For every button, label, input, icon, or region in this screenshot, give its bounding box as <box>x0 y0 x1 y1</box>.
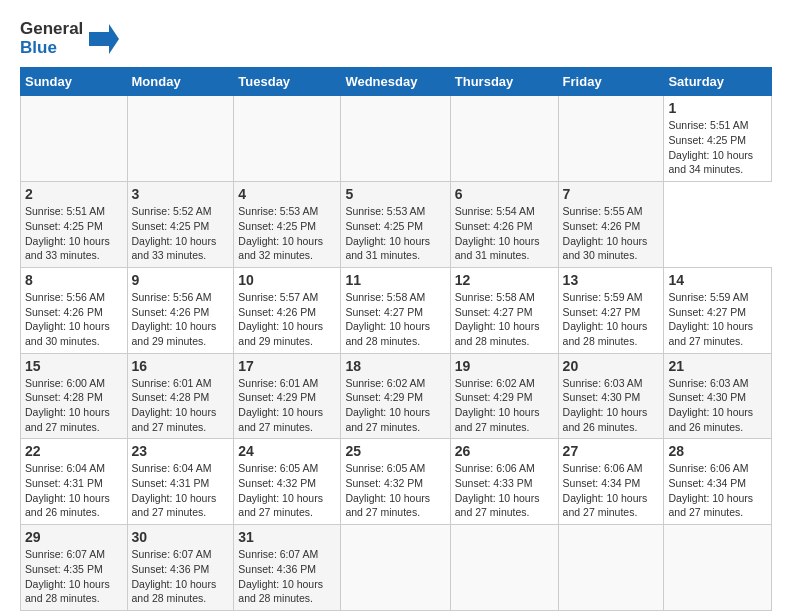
day-number: 21 <box>668 358 767 374</box>
calendar-day-header: Thursday <box>450 68 558 96</box>
day-number: 18 <box>345 358 445 374</box>
calendar-cell: 30Sunrise: 6:07 AM Sunset: 4:36 PM Dayli… <box>127 525 234 611</box>
day-info: Sunrise: 6:07 AM Sunset: 4:36 PM Dayligh… <box>238 547 336 606</box>
day-info: Sunrise: 5:58 AM Sunset: 4:27 PM Dayligh… <box>455 290 554 349</box>
day-info: Sunrise: 5:51 AM Sunset: 4:25 PM Dayligh… <box>25 204 123 263</box>
day-info: Sunrise: 5:52 AM Sunset: 4:25 PM Dayligh… <box>132 204 230 263</box>
calendar-day-header: Saturday <box>664 68 772 96</box>
day-number: 20 <box>563 358 660 374</box>
day-info: Sunrise: 6:05 AM Sunset: 4:32 PM Dayligh… <box>345 461 445 520</box>
day-number: 27 <box>563 443 660 459</box>
day-number: 31 <box>238 529 336 545</box>
calendar-cell <box>341 96 450 182</box>
calendar-cell <box>664 525 772 611</box>
day-number: 8 <box>25 272 123 288</box>
calendar-day-header: Sunday <box>21 68 128 96</box>
calendar-cell <box>450 525 558 611</box>
day-number: 23 <box>132 443 230 459</box>
calendar-cell: 3Sunrise: 5:52 AM Sunset: 4:25 PM Daylig… <box>127 182 234 268</box>
calendar-cell <box>21 96 128 182</box>
calendar-cell: 29Sunrise: 6:07 AM Sunset: 4:35 PM Dayli… <box>21 525 128 611</box>
day-info: Sunrise: 6:06 AM Sunset: 4:33 PM Dayligh… <box>455 461 554 520</box>
calendar-cell <box>450 96 558 182</box>
calendar-cell: 26Sunrise: 6:06 AM Sunset: 4:33 PM Dayli… <box>450 439 558 525</box>
day-info: Sunrise: 5:55 AM Sunset: 4:26 PM Dayligh… <box>563 204 660 263</box>
calendar-cell: 13Sunrise: 5:59 AM Sunset: 4:27 PM Dayli… <box>558 267 664 353</box>
day-info: Sunrise: 6:00 AM Sunset: 4:28 PM Dayligh… <box>25 376 123 435</box>
day-number: 30 <box>132 529 230 545</box>
calendar-cell <box>341 525 450 611</box>
day-info: Sunrise: 5:59 AM Sunset: 4:27 PM Dayligh… <box>563 290 660 349</box>
day-number: 26 <box>455 443 554 459</box>
day-info: Sunrise: 5:53 AM Sunset: 4:25 PM Dayligh… <box>238 204 336 263</box>
calendar-cell: 23Sunrise: 6:04 AM Sunset: 4:31 PM Dayli… <box>127 439 234 525</box>
calendar-cell: 6Sunrise: 5:54 AM Sunset: 4:26 PM Daylig… <box>450 182 558 268</box>
calendar-week-row: 29Sunrise: 6:07 AM Sunset: 4:35 PM Dayli… <box>21 525 772 611</box>
calendar-cell <box>234 96 341 182</box>
day-number: 6 <box>455 186 554 202</box>
day-number: 11 <box>345 272 445 288</box>
day-info: Sunrise: 5:51 AM Sunset: 4:25 PM Dayligh… <box>668 118 767 177</box>
day-info: Sunrise: 6:01 AM Sunset: 4:28 PM Dayligh… <box>132 376 230 435</box>
calendar-day-header: Wednesday <box>341 68 450 96</box>
calendar-cell <box>127 96 234 182</box>
calendar-cell: 28Sunrise: 6:06 AM Sunset: 4:34 PM Dayli… <box>664 439 772 525</box>
page-header: General Blue <box>20 20 772 57</box>
calendar-cell: 22Sunrise: 6:04 AM Sunset: 4:31 PM Dayli… <box>21 439 128 525</box>
day-info: Sunrise: 6:03 AM Sunset: 4:30 PM Dayligh… <box>563 376 660 435</box>
calendar-week-row: 8Sunrise: 5:56 AM Sunset: 4:26 PM Daylig… <box>21 267 772 353</box>
calendar-cell: 7Sunrise: 5:55 AM Sunset: 4:26 PM Daylig… <box>558 182 664 268</box>
day-number: 25 <box>345 443 445 459</box>
calendar-week-row: 1Sunrise: 5:51 AM Sunset: 4:25 PM Daylig… <box>21 96 772 182</box>
day-number: 29 <box>25 529 123 545</box>
calendar-day-header: Monday <box>127 68 234 96</box>
calendar-cell: 11Sunrise: 5:58 AM Sunset: 4:27 PM Dayli… <box>341 267 450 353</box>
day-info: Sunrise: 5:56 AM Sunset: 4:26 PM Dayligh… <box>25 290 123 349</box>
calendar-day-header: Tuesday <box>234 68 341 96</box>
day-info: Sunrise: 6:06 AM Sunset: 4:34 PM Dayligh… <box>668 461 767 520</box>
calendar-header-row: SundayMondayTuesdayWednesdayThursdayFrid… <box>21 68 772 96</box>
calendar-cell: 4Sunrise: 5:53 AM Sunset: 4:25 PM Daylig… <box>234 182 341 268</box>
logo-arrow-icon <box>89 24 119 54</box>
calendar-cell: 8Sunrise: 5:56 AM Sunset: 4:26 PM Daylig… <box>21 267 128 353</box>
day-number: 14 <box>668 272 767 288</box>
day-info: Sunrise: 5:57 AM Sunset: 4:26 PM Dayligh… <box>238 290 336 349</box>
calendar-cell <box>558 525 664 611</box>
day-info: Sunrise: 6:04 AM Sunset: 4:31 PM Dayligh… <box>132 461 230 520</box>
day-info: Sunrise: 5:58 AM Sunset: 4:27 PM Dayligh… <box>345 290 445 349</box>
calendar-cell: 15Sunrise: 6:00 AM Sunset: 4:28 PM Dayli… <box>21 353 128 439</box>
calendar-cell: 24Sunrise: 6:05 AM Sunset: 4:32 PM Dayli… <box>234 439 341 525</box>
calendar-cell <box>558 96 664 182</box>
day-info: Sunrise: 6:02 AM Sunset: 4:29 PM Dayligh… <box>345 376 445 435</box>
day-info: Sunrise: 6:07 AM Sunset: 4:35 PM Dayligh… <box>25 547 123 606</box>
svg-marker-0 <box>89 24 119 54</box>
day-number: 19 <box>455 358 554 374</box>
day-number: 22 <box>25 443 123 459</box>
day-info: Sunrise: 6:06 AM Sunset: 4:34 PM Dayligh… <box>563 461 660 520</box>
calendar-cell: 1Sunrise: 5:51 AM Sunset: 4:25 PM Daylig… <box>664 96 772 182</box>
day-number: 12 <box>455 272 554 288</box>
day-info: Sunrise: 5:56 AM Sunset: 4:26 PM Dayligh… <box>132 290 230 349</box>
calendar-cell: 27Sunrise: 6:06 AM Sunset: 4:34 PM Dayli… <box>558 439 664 525</box>
day-info: Sunrise: 5:53 AM Sunset: 4:25 PM Dayligh… <box>345 204 445 263</box>
day-number: 10 <box>238 272 336 288</box>
calendar-cell: 16Sunrise: 6:01 AM Sunset: 4:28 PM Dayli… <box>127 353 234 439</box>
day-number: 13 <box>563 272 660 288</box>
calendar-cell: 17Sunrise: 6:01 AM Sunset: 4:29 PM Dayli… <box>234 353 341 439</box>
calendar-cell: 31Sunrise: 6:07 AM Sunset: 4:36 PM Dayli… <box>234 525 341 611</box>
logo-general: General <box>20 19 83 38</box>
calendar-cell: 19Sunrise: 6:02 AM Sunset: 4:29 PM Dayli… <box>450 353 558 439</box>
calendar-week-row: 15Sunrise: 6:00 AM Sunset: 4:28 PM Dayli… <box>21 353 772 439</box>
calendar-week-row: 22Sunrise: 6:04 AM Sunset: 4:31 PM Dayli… <box>21 439 772 525</box>
calendar-cell: 12Sunrise: 5:58 AM Sunset: 4:27 PM Dayli… <box>450 267 558 353</box>
calendar-day-header: Friday <box>558 68 664 96</box>
day-number: 28 <box>668 443 767 459</box>
calendar-cell: 10Sunrise: 5:57 AM Sunset: 4:26 PM Dayli… <box>234 267 341 353</box>
calendar-cell: 14Sunrise: 5:59 AM Sunset: 4:27 PM Dayli… <box>664 267 772 353</box>
calendar-cell: 18Sunrise: 6:02 AM Sunset: 4:29 PM Dayli… <box>341 353 450 439</box>
calendar-cell: 5Sunrise: 5:53 AM Sunset: 4:25 PM Daylig… <box>341 182 450 268</box>
day-info: Sunrise: 6:07 AM Sunset: 4:36 PM Dayligh… <box>132 547 230 606</box>
calendar-cell: 20Sunrise: 6:03 AM Sunset: 4:30 PM Dayli… <box>558 353 664 439</box>
calendar-cell: 21Sunrise: 6:03 AM Sunset: 4:30 PM Dayli… <box>664 353 772 439</box>
day-info: Sunrise: 5:54 AM Sunset: 4:26 PM Dayligh… <box>455 204 554 263</box>
